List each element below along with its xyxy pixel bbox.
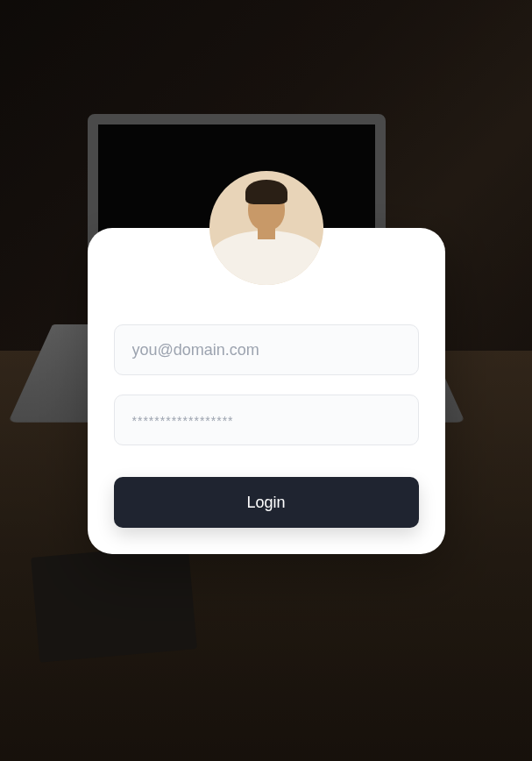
email-input[interactable] [114,324,419,375]
password-input[interactable] [114,395,419,445]
login-card: Login [88,228,445,554]
avatar [209,171,323,285]
avatar-hair [245,180,287,204]
login-button[interactable]: Login [114,477,419,528]
